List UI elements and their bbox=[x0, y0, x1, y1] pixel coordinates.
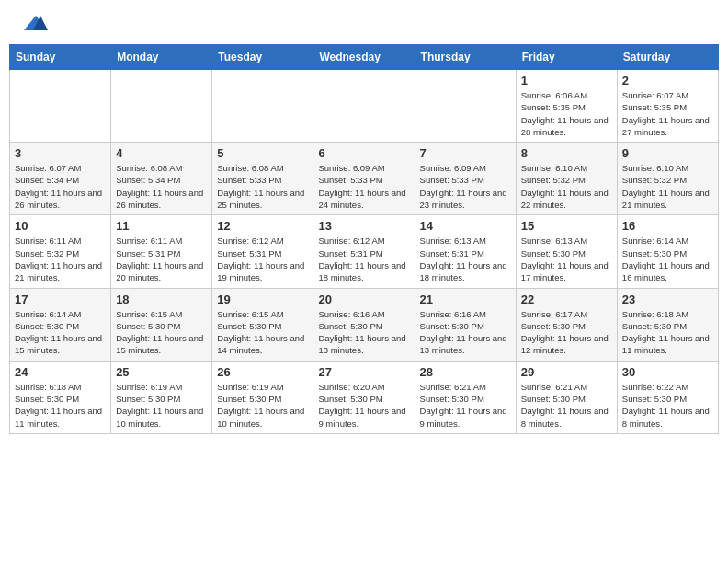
day-info: Sunrise: 6:14 AM Sunset: 5:30 PM Dayligh… bbox=[15, 308, 106, 357]
day-number: 5 bbox=[217, 146, 308, 160]
calendar-cell: 30Sunrise: 6:22 AM Sunset: 5:30 PM Dayli… bbox=[617, 361, 718, 433]
page-header bbox=[9, 9, 719, 37]
calendar-cell: 14Sunrise: 6:13 AM Sunset: 5:31 PM Dayli… bbox=[415, 215, 516, 288]
day-number: 26 bbox=[217, 365, 308, 379]
day-info: Sunrise: 6:08 AM Sunset: 5:34 PM Dayligh… bbox=[116, 162, 207, 211]
day-info: Sunrise: 6:21 AM Sunset: 5:30 PM Dayligh… bbox=[420, 381, 511, 430]
day-number: 30 bbox=[622, 365, 713, 379]
day-number: 1 bbox=[521, 74, 612, 87]
calendar-week-3: 10Sunrise: 6:11 AM Sunset: 5:32 PM Dayli… bbox=[10, 215, 719, 288]
day-number: 28 bbox=[420, 365, 511, 379]
day-info: Sunrise: 6:22 AM Sunset: 5:30 PM Dayligh… bbox=[622, 381, 713, 430]
day-number: 16 bbox=[622, 219, 713, 233]
calendar-cell: 27Sunrise: 6:20 AM Sunset: 5:30 PM Dayli… bbox=[313, 361, 415, 433]
calendar-cell: 18Sunrise: 6:15 AM Sunset: 5:30 PM Dayli… bbox=[111, 288, 212, 361]
day-number: 14 bbox=[420, 219, 511, 233]
calendar-cell: 20Sunrise: 6:16 AM Sunset: 5:30 PM Dayli… bbox=[313, 288, 415, 361]
calendar-cell: 28Sunrise: 6:21 AM Sunset: 5:30 PM Dayli… bbox=[415, 361, 516, 433]
calendar-cell: 11Sunrise: 6:11 AM Sunset: 5:31 PM Dayli… bbox=[111, 215, 212, 288]
calendar-cell: 23Sunrise: 6:18 AM Sunset: 5:30 PM Dayli… bbox=[617, 288, 718, 361]
day-info: Sunrise: 6:10 AM Sunset: 5:32 PM Dayligh… bbox=[622, 162, 713, 211]
calendar-cell bbox=[415, 70, 516, 143]
calendar-cell bbox=[10, 70, 111, 143]
day-number: 24 bbox=[15, 365, 106, 379]
calendar-table: SundayMondayTuesdayWednesdayThursdayFrid… bbox=[9, 44, 719, 434]
calendar-cell: 4Sunrise: 6:08 AM Sunset: 5:34 PM Daylig… bbox=[111, 143, 212, 215]
calendar-header-saturday: Saturday bbox=[617, 45, 718, 70]
day-info: Sunrise: 6:18 AM Sunset: 5:30 PM Dayligh… bbox=[622, 308, 713, 357]
day-info: Sunrise: 6:11 AM Sunset: 5:32 PM Dayligh… bbox=[15, 235, 106, 283]
calendar-week-4: 17Sunrise: 6:14 AM Sunset: 5:30 PM Dayli… bbox=[10, 288, 719, 361]
day-info: Sunrise: 6:18 AM Sunset: 5:30 PM Dayligh… bbox=[15, 381, 106, 430]
day-info: Sunrise: 6:15 AM Sunset: 5:30 PM Dayligh… bbox=[217, 308, 308, 357]
calendar-cell: 26Sunrise: 6:19 AM Sunset: 5:30 PM Dayli… bbox=[212, 361, 313, 433]
day-number: 29 bbox=[521, 365, 612, 379]
calendar-header-monday: Monday bbox=[111, 45, 212, 70]
calendar-cell: 22Sunrise: 6:17 AM Sunset: 5:30 PM Dayli… bbox=[516, 288, 617, 361]
calendar-cell: 3Sunrise: 6:07 AM Sunset: 5:34 PM Daylig… bbox=[10, 143, 111, 215]
day-number: 7 bbox=[420, 146, 511, 160]
calendar-cell: 12Sunrise: 6:12 AM Sunset: 5:31 PM Dayli… bbox=[212, 215, 313, 288]
day-info: Sunrise: 6:19 AM Sunset: 5:30 PM Dayligh… bbox=[217, 381, 308, 430]
calendar-cell: 5Sunrise: 6:08 AM Sunset: 5:33 PM Daylig… bbox=[212, 143, 313, 215]
day-number: 15 bbox=[521, 219, 612, 233]
calendar-header-row: SundayMondayTuesdayWednesdayThursdayFrid… bbox=[10, 45, 719, 70]
calendar-cell: 7Sunrise: 6:09 AM Sunset: 5:33 PM Daylig… bbox=[415, 143, 516, 215]
calendar-header-sunday: Sunday bbox=[10, 45, 111, 70]
day-number: 8 bbox=[521, 146, 612, 160]
day-info: Sunrise: 6:11 AM Sunset: 5:31 PM Dayligh… bbox=[116, 235, 207, 283]
day-number: 10 bbox=[15, 219, 106, 233]
day-info: Sunrise: 6:06 AM Sunset: 5:35 PM Dayligh… bbox=[521, 89, 612, 138]
day-info: Sunrise: 6:16 AM Sunset: 5:30 PM Dayligh… bbox=[318, 308, 409, 357]
calendar-cell bbox=[212, 70, 313, 143]
day-number: 25 bbox=[116, 365, 207, 379]
day-number: 12 bbox=[217, 219, 308, 233]
day-number: 4 bbox=[116, 146, 207, 160]
day-number: 19 bbox=[217, 293, 308, 306]
calendar-cell: 16Sunrise: 6:14 AM Sunset: 5:30 PM Dayli… bbox=[617, 215, 718, 288]
calendar-header-thursday: Thursday bbox=[415, 45, 516, 70]
day-info: Sunrise: 6:08 AM Sunset: 5:33 PM Dayligh… bbox=[217, 162, 308, 211]
day-info: Sunrise: 6:07 AM Sunset: 5:34 PM Dayligh… bbox=[15, 162, 106, 211]
day-number: 6 bbox=[318, 146, 409, 160]
calendar-cell: 17Sunrise: 6:14 AM Sunset: 5:30 PM Dayli… bbox=[10, 288, 111, 361]
calendar-cell: 10Sunrise: 6:11 AM Sunset: 5:32 PM Dayli… bbox=[10, 215, 111, 288]
calendar-week-1: 1Sunrise: 6:06 AM Sunset: 5:35 PM Daylig… bbox=[10, 70, 719, 143]
calendar-header-friday: Friday bbox=[516, 45, 617, 70]
calendar-cell: 24Sunrise: 6:18 AM Sunset: 5:30 PM Dayli… bbox=[10, 361, 111, 433]
day-info: Sunrise: 6:15 AM Sunset: 5:30 PM Dayligh… bbox=[116, 308, 207, 357]
logo-icon bbox=[22, 14, 50, 32]
day-number: 13 bbox=[318, 219, 409, 233]
day-info: Sunrise: 6:07 AM Sunset: 5:35 PM Dayligh… bbox=[622, 89, 713, 138]
logo bbox=[18, 14, 50, 32]
calendar-cell: 25Sunrise: 6:19 AM Sunset: 5:30 PM Dayli… bbox=[111, 361, 212, 433]
day-number: 9 bbox=[622, 146, 713, 160]
day-info: Sunrise: 6:17 AM Sunset: 5:30 PM Dayligh… bbox=[521, 308, 612, 357]
day-number: 23 bbox=[622, 293, 713, 306]
calendar-cell: 15Sunrise: 6:13 AM Sunset: 5:30 PM Dayli… bbox=[516, 215, 617, 288]
calendar-cell: 21Sunrise: 6:16 AM Sunset: 5:30 PM Dayli… bbox=[415, 288, 516, 361]
day-info: Sunrise: 6:09 AM Sunset: 5:33 PM Dayligh… bbox=[420, 162, 511, 211]
day-number: 18 bbox=[116, 293, 207, 306]
calendar-cell bbox=[313, 70, 415, 143]
day-info: Sunrise: 6:21 AM Sunset: 5:30 PM Dayligh… bbox=[521, 381, 612, 430]
calendar-cell: 13Sunrise: 6:12 AM Sunset: 5:31 PM Dayli… bbox=[313, 215, 415, 288]
calendar-cell bbox=[111, 70, 212, 143]
calendar-week-2: 3Sunrise: 6:07 AM Sunset: 5:34 PM Daylig… bbox=[10, 143, 719, 215]
calendar-header-tuesday: Tuesday bbox=[212, 45, 313, 70]
day-number: 21 bbox=[420, 293, 511, 306]
day-info: Sunrise: 6:09 AM Sunset: 5:33 PM Dayligh… bbox=[318, 162, 409, 211]
day-info: Sunrise: 6:16 AM Sunset: 5:30 PM Dayligh… bbox=[420, 308, 511, 357]
day-info: Sunrise: 6:19 AM Sunset: 5:30 PM Dayligh… bbox=[116, 381, 207, 430]
day-info: Sunrise: 6:14 AM Sunset: 5:30 PM Dayligh… bbox=[622, 235, 713, 283]
day-info: Sunrise: 6:12 AM Sunset: 5:31 PM Dayligh… bbox=[318, 235, 409, 283]
day-number: 2 bbox=[622, 74, 713, 87]
day-number: 3 bbox=[15, 146, 106, 160]
calendar-cell: 2Sunrise: 6:07 AM Sunset: 5:35 PM Daylig… bbox=[617, 70, 718, 143]
calendar-cell: 29Sunrise: 6:21 AM Sunset: 5:30 PM Dayli… bbox=[516, 361, 617, 433]
day-info: Sunrise: 6:20 AM Sunset: 5:30 PM Dayligh… bbox=[318, 381, 409, 430]
calendar-header-wednesday: Wednesday bbox=[313, 45, 415, 70]
calendar-cell: 6Sunrise: 6:09 AM Sunset: 5:33 PM Daylig… bbox=[313, 143, 415, 215]
calendar-cell: 1Sunrise: 6:06 AM Sunset: 5:35 PM Daylig… bbox=[516, 70, 617, 143]
day-number: 22 bbox=[521, 293, 612, 306]
